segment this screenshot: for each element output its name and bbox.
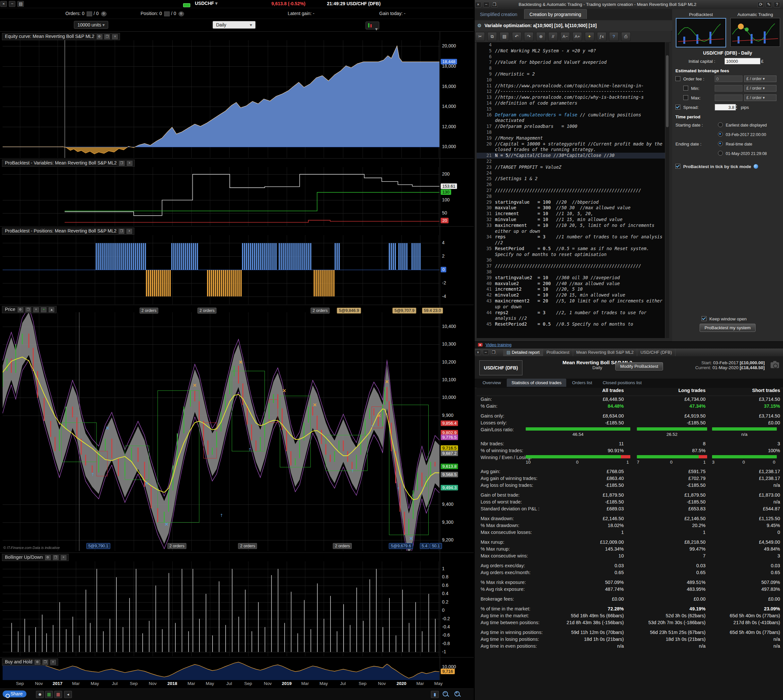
spread-stepper[interactable]: ▲▼ — [734, 104, 738, 110]
close-icon[interactable]: × — [61, 555, 67, 560]
code-scrollbar[interactable] — [665, 42, 669, 338]
code-line[interactable]: 9//Heuristic = 2 — [476, 71, 669, 77]
code-line[interactable]: 37//////////////////////////////////////… — [476, 263, 669, 269]
keep-window-open-checkbox[interactable] — [701, 316, 706, 321]
order-fee-input[interactable] — [715, 75, 743, 82]
code-line[interactable]: 17//Defparam preloadbars = 1000 — [476, 123, 669, 130]
code-line[interactable]: 38 — [476, 269, 669, 275]
share-button[interactable]: Share — [3, 690, 27, 697]
function-icon[interactable]: ƒx — [597, 32, 606, 41]
code-line[interactable]: 18 — [476, 130, 669, 135]
report-tab-detailed[interactable]: ▤ Detailed report — [503, 349, 543, 356]
report-tab-probacktest[interactable]: ProBacktest — [543, 349, 573, 356]
timeframe-selector[interactable]: Daily ▾ — [213, 21, 256, 29]
minimize-icon[interactable]: − — [9, 1, 15, 7]
chart-zoom-icon[interactable]: ▮ — [431, 691, 439, 698]
code-line[interactable]: 24 — [476, 170, 669, 176]
code-line[interactable]: 25//Settings 1 & 2 — [476, 176, 669, 182]
zoom-in-icon[interactable]: + — [454, 690, 461, 698]
min-fee-checkbox[interactable] — [683, 86, 688, 90]
wrench-icon[interactable]: ⚙ — [35, 660, 40, 665]
code-line[interactable]: 14//definition of code parameters — [476, 100, 669, 106]
variables-chart[interactable] — [3, 167, 440, 226]
video-training-link[interactable]: Video training — [485, 342, 511, 347]
wrench-icon[interactable]: ⚙ — [45, 555, 51, 560]
code-line[interactable]: 10 — [476, 77, 669, 83]
probacktest-mode-button[interactable]: ProBacktest — [675, 11, 727, 47]
report-tab-strategy[interactable]: Mean Reverting Boll S&P ML2 — [573, 349, 637, 356]
bollinger-chart[interactable] — [3, 562, 440, 656]
add-indicator-icon[interactable]: + — [41, 307, 47, 312]
help-icon[interactable]: ? — [774, 2, 780, 8]
order-fee-checkbox[interactable] — [675, 76, 680, 81]
close-icon[interactable]: × — [475, 2, 481, 8]
bulb-icon[interactable]: ✦ — [585, 32, 594, 41]
max-fee-checkbox[interactable] — [683, 95, 688, 100]
orders-settings-icon[interactable]: ⚙ — [101, 12, 107, 17]
scroll-left-icon[interactable]: ◂ — [64, 691, 72, 698]
code-line[interactable]: 12//------------------------------------… — [476, 88, 669, 95]
order-fee-unit-select[interactable]: £ / order ▾ — [744, 75, 776, 82]
code-line[interactable]: 5//Not Working ML2 System - x =20 y =0? — [476, 48, 669, 54]
green-grid-icon[interactable]: ▦ — [45, 691, 53, 698]
chart-style-button[interactable]: ▾ — [365, 22, 379, 30]
code-line[interactable]: 22 — [476, 158, 669, 165]
window-icon[interactable]: ❒ — [43, 660, 48, 665]
layout-grid-icon[interactable]: ▦ — [54, 691, 62, 698]
close-icon[interactable]: × — [475, 350, 481, 355]
code-line[interactable]: 29startingvalue = 100 //20 //bbperiod — [476, 200, 669, 205]
copy-icon[interactable]: ⧉ — [488, 32, 497, 41]
position-list-icon[interactable] — [164, 12, 170, 17]
tick-mode-checkbox[interactable] — [675, 164, 680, 169]
realtime-date-radio[interactable] — [718, 141, 723, 146]
window-icon[interactable]: ❒ — [25, 307, 31, 312]
code-line[interactable]: 35ResetPeriod = 0.5 //0.5 = same as if n… — [476, 246, 669, 258]
close-icon[interactable]: × — [50, 660, 56, 665]
grid-icon[interactable]: ▤ — [17, 1, 24, 7]
code-line[interactable]: 26 — [476, 182, 669, 188]
code-line[interactable]: 32minvalue = 10 //1 15, min allowed valu… — [476, 217, 669, 223]
earliest-date-radio[interactable] — [718, 122, 723, 127]
code-line[interactable]: 15 — [476, 106, 669, 112]
tab-creation-by-programming[interactable]: Creation by programming — [524, 9, 587, 19]
search-icon[interactable]: ⊕ — [536, 32, 546, 41]
font-smaller-icon[interactable]: A− — [560, 32, 570, 41]
code-line[interactable]: 19//Money Management — [476, 135, 669, 141]
close-icon[interactable]: × — [127, 229, 132, 234]
min-fee-input[interactable] — [715, 85, 743, 92]
equity-chart[interactable] — [3, 40, 440, 158]
close-icon[interactable]: × — [0, 1, 7, 7]
code-line[interactable]: 4 — [476, 42, 669, 48]
font-larger-icon[interactable]: A+ — [573, 32, 582, 41]
code-line[interactable]: 21N = 5//*Capital/Close //30*Capital/Clo… — [476, 153, 669, 158]
comment-icon[interactable]: // — [548, 32, 558, 41]
close-icon[interactable]: × — [127, 161, 132, 166]
code-line[interactable]: 45ResetPeriod2 = 0.5 //0.5 Specify no of… — [476, 322, 669, 327]
window-icon[interactable]: ❒ — [119, 229, 124, 234]
undo-icon[interactable]: ↶ — [512, 32, 521, 41]
instrument-selector[interactable]: USDCHF ▾ — [195, 1, 217, 6]
wrench-icon[interactable]: ⚙ — [18, 307, 23, 312]
orders-list-icon[interactable] — [87, 12, 92, 17]
code-line[interactable]: 41increment2 = 10 //20, 5 10 — [476, 287, 669, 292]
start-date-radio[interactable] — [718, 132, 723, 137]
restore-icon[interactable]: ❒ — [491, 2, 498, 8]
code-line[interactable]: 23//TARGET PPROFIT = ValueZ — [476, 165, 669, 170]
code-line[interactable]: 31increment = 10 //1 10, 5, 20, — [476, 211, 669, 217]
buyhold-chart[interactable] — [3, 657, 440, 680]
code-line[interactable]: 13//https://www.prorealcode.com/topic/wh… — [476, 95, 669, 100]
code-line[interactable]: 20//Capital = 10000 + strategyprofit //C… — [476, 141, 669, 153]
tab-closed-positions[interactable]: Closed positions list — [598, 378, 646, 387]
close-icon[interactable]: × — [112, 34, 118, 39]
window-icon[interactable]: ❒ — [119, 161, 125, 166]
tab-overview[interactable]: Overview — [478, 378, 505, 387]
code-line[interactable]: 43maxincrement2 = 20 //5, 10 limit of no… — [476, 298, 669, 310]
redo-icon[interactable]: ↷ — [524, 32, 533, 41]
max-fee-input[interactable] — [715, 95, 743, 101]
zoom-out-icon[interactable]: − — [442, 690, 449, 698]
code-line[interactable]: 28 — [476, 193, 669, 200]
code-line[interactable]: 44reps2 = 3 //2, 1 number of trades to u… — [476, 310, 669, 322]
code-editor[interactable]: 45//Not Working ML2 System - x =20 y =0?… — [476, 42, 669, 338]
edit-icon[interactable]: ✎ — [766, 2, 772, 8]
modify-probacktest-button[interactable]: Modify ProBacktest — [615, 362, 663, 370]
